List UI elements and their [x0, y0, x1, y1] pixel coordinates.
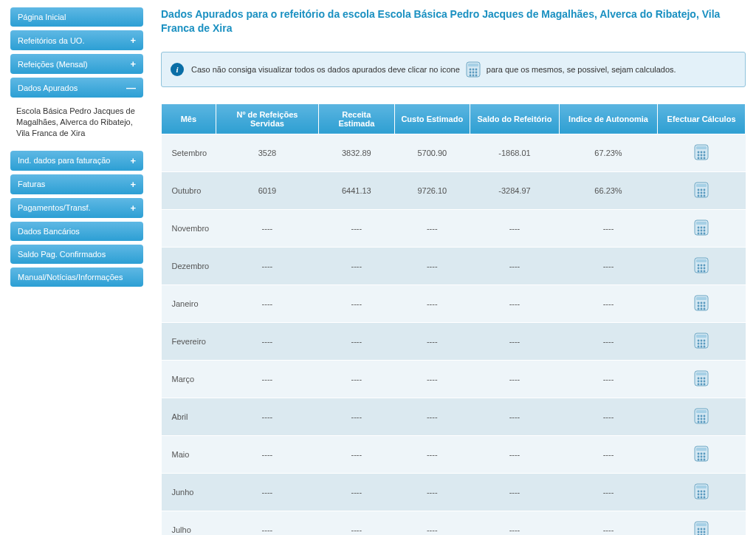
main-content: Dados Apurados para o refeitório da esco…: [161, 7, 746, 535]
calculate-button[interactable]: [693, 219, 710, 236]
sidebar-item[interactable]: Refeições (Mensal)+: [10, 54, 143, 74]
expand-icon: +: [130, 35, 136, 45]
cell-saldo: ----: [470, 322, 560, 360]
svg-point-79: [698, 377, 700, 379]
sidebar-item[interactable]: Dados Bancários: [10, 222, 143, 241]
cell-receita: ----: [319, 473, 394, 511]
svg-point-52: [698, 270, 700, 272]
expand-icon: +: [130, 156, 136, 166]
svg-point-95: [704, 418, 706, 420]
col-header-custo: Custo Estimado: [394, 103, 470, 134]
calculator-icon: [464, 61, 482, 78]
svg-rect-12: [696, 146, 707, 149]
sidebar-submenu-item[interactable]: Escola Básica Pedro Jacques de Magalhães…: [10, 101, 143, 146]
svg-point-102: [701, 452, 703, 454]
cell-custo: ----: [394, 435, 470, 473]
cell-receita: ----: [319, 511, 394, 535]
col-header-receita: Receita Estimada: [319, 103, 394, 134]
svg-point-26: [704, 188, 706, 191]
cell-indice: ----: [559, 511, 657, 535]
svg-point-15: [704, 151, 706, 153]
cell-action: [658, 322, 746, 360]
calculate-button[interactable]: [693, 521, 710, 535]
cell-action: [658, 209, 746, 247]
svg-point-29: [704, 191, 706, 194]
cell-custo: ----: [394, 360, 470, 398]
sidebar-item-label: Página Inicial: [18, 13, 66, 21]
sidebar-item[interactable]: Saldo Pag. Confirmados: [10, 245, 143, 264]
svg-point-71: [698, 342, 700, 344]
cell-mes: Junho: [162, 473, 216, 511]
svg-point-91: [701, 415, 703, 417]
svg-point-4: [475, 68, 477, 70]
cell-custo: ----: [394, 322, 470, 360]
svg-point-119: [701, 496, 703, 498]
sidebar-item[interactable]: Pagamentos/Transf.+: [10, 198, 143, 218]
sidebar-item[interactable]: Ind. dados para faturação+: [10, 151, 143, 171]
svg-rect-56: [696, 297, 707, 300]
svg-point-19: [698, 157, 700, 159]
cell-receita: 6441.13: [319, 171, 394, 209]
cell-action: [658, 360, 746, 398]
cell-receita: ----: [319, 209, 394, 247]
sidebar-item-label: Faturas: [18, 180, 45, 188]
table-row: Julho--------------------: [162, 511, 746, 535]
table-row: Setembro35283832.895700.90-1868.0167.23%: [162, 134, 746, 171]
calculate-button[interactable]: [693, 408, 710, 424]
col-header-act: Efectuar Cálculos: [658, 103, 746, 134]
table-row: Dezembro--------------------: [162, 247, 746, 284]
svg-point-48: [704, 264, 706, 266]
svg-point-76: [704, 345, 706, 347]
svg-point-65: [704, 307, 706, 310]
svg-point-115: [698, 493, 700, 495]
svg-point-46: [698, 264, 700, 266]
svg-point-93: [698, 418, 700, 420]
cell-action: [658, 398, 746, 435]
svg-point-109: [704, 458, 706, 460]
table-header-row: Mês Nº de Refeições Servidas Receita Est…: [162, 103, 746, 134]
calculate-button[interactable]: [693, 483, 710, 500]
cell-indice: ----: [559, 322, 657, 360]
svg-point-124: [701, 528, 703, 530]
sidebar-item-label: Saldo Pag. Confirmados: [18, 250, 106, 259]
cell-mes: Novembro: [162, 209, 216, 247]
sidebar-item[interactable]: Refeitórios da UO.+: [10, 30, 143, 50]
expand-icon: +: [130, 59, 136, 69]
cell-action: [658, 134, 746, 171]
cell-custo: 5700.90: [394, 134, 470, 171]
cell-indice: ----: [559, 247, 657, 284]
calculate-button[interactable]: [693, 370, 710, 386]
info-text-after: para que os mesmos, se possivel, sejam c…: [487, 65, 676, 74]
sidebar-item[interactable]: Página Inicial: [10, 7, 143, 27]
svg-point-80: [701, 377, 703, 379]
svg-point-63: [698, 307, 700, 310]
svg-point-24: [698, 188, 700, 191]
svg-point-28: [701, 191, 703, 194]
cell-action: [658, 284, 746, 322]
calculate-button[interactable]: [693, 295, 710, 311]
cell-num: ----: [216, 209, 318, 247]
cell-action: [658, 247, 746, 284]
svg-rect-100: [696, 448, 707, 451]
svg-point-31: [701, 194, 703, 197]
calculate-button[interactable]: [693, 446, 710, 462]
sidebar-item[interactable]: Faturas+: [10, 174, 143, 194]
calculate-button[interactable]: [693, 144, 710, 160]
cell-receita: ----: [319, 360, 394, 398]
calculate-button[interactable]: [693, 257, 710, 273]
calculate-button[interactable]: [693, 182, 710, 198]
svg-point-49: [698, 267, 700, 269]
svg-point-74: [698, 345, 700, 347]
calculate-button[interactable]: [693, 333, 710, 349]
svg-point-42: [701, 232, 703, 234]
svg-point-37: [704, 226, 706, 228]
sidebar-item[interactable]: Dados Apurados—: [10, 78, 143, 98]
cell-mes: Setembro: [162, 134, 216, 171]
svg-point-127: [701, 531, 703, 533]
svg-point-59: [704, 301, 706, 304]
table-row: Março--------------------: [162, 360, 746, 398]
svg-point-98: [704, 420, 706, 423]
svg-rect-34: [696, 222, 707, 225]
sidebar-item[interactable]: Manual/Notícias/Informações: [10, 268, 143, 287]
svg-point-2: [469, 68, 471, 70]
